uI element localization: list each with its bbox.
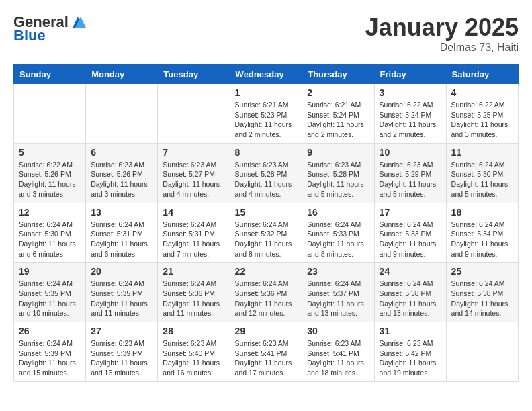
day-number: 5 <box>19 147 81 158</box>
calendar-cell: 3Sunrise: 6:22 AM Sunset: 5:24 PM Daylig… <box>374 84 446 144</box>
logo-icon <box>70 14 86 30</box>
calendar-cell <box>86 84 158 144</box>
calendar-cell <box>446 322 518 382</box>
day-header-tuesday: Tuesday <box>158 65 230 84</box>
day-number: 3 <box>380 87 441 98</box>
day-number: 23 <box>307 266 369 277</box>
calendar-cell <box>14 84 86 144</box>
day-number: 17 <box>380 207 441 218</box>
day-info: Sunrise: 6:24 AM Sunset: 5:33 PM Dayligh… <box>307 220 369 259</box>
calendar-cell: 2Sunrise: 6:21 AM Sunset: 5:24 PM Daylig… <box>302 84 374 144</box>
day-number: 10 <box>380 147 441 158</box>
day-header-monday: Monday <box>86 65 158 84</box>
calendar-cell: 23Sunrise: 6:24 AM Sunset: 5:37 PM Dayli… <box>302 263 374 322</box>
logo-blue: Blue <box>13 27 46 44</box>
location-title: Delmas 73, Haiti <box>365 42 519 54</box>
day-info: Sunrise: 6:23 AM Sunset: 5:28 PM Dayligh… <box>235 160 298 199</box>
title-block: January 2025 Delmas 73, Haiti <box>365 13 519 54</box>
day-info: Sunrise: 6:23 AM Sunset: 5:26 PM Dayligh… <box>91 160 152 199</box>
day-number: 15 <box>235 207 298 218</box>
day-info: Sunrise: 6:24 AM Sunset: 5:38 PM Dayligh… <box>380 279 441 318</box>
calendar-cell: 17Sunrise: 6:24 AM Sunset: 5:33 PM Dayli… <box>374 203 446 263</box>
day-info: Sunrise: 6:23 AM Sunset: 5:40 PM Dayligh… <box>163 338 224 378</box>
calendar-cell: 24Sunrise: 6:24 AM Sunset: 5:38 PM Dayli… <box>374 263 446 322</box>
day-number: 12 <box>19 207 81 218</box>
day-info: Sunrise: 6:24 AM Sunset: 5:32 PM Dayligh… <box>235 220 298 259</box>
calendar-cell: 30Sunrise: 6:23 AM Sunset: 5:41 PM Dayli… <box>302 322 374 382</box>
day-info: Sunrise: 6:24 AM Sunset: 5:36 PM Dayligh… <box>235 279 298 318</box>
day-info: Sunrise: 6:23 AM Sunset: 5:41 PM Dayligh… <box>307 338 369 378</box>
calendar-week-row: 12Sunrise: 6:24 AM Sunset: 5:30 PM Dayli… <box>14 203 519 263</box>
day-header-sunday: Sunday <box>14 65 86 84</box>
day-number: 18 <box>451 207 513 218</box>
day-header-wednesday: Wednesday <box>230 65 302 84</box>
calendar-cell: 27Sunrise: 6:23 AM Sunset: 5:39 PM Dayli… <box>86 322 158 382</box>
day-info: Sunrise: 6:23 AM Sunset: 5:28 PM Dayligh… <box>307 160 369 199</box>
day-number: 26 <box>19 326 81 336</box>
logo: General Blue <box>13 13 86 44</box>
day-info: Sunrise: 6:24 AM Sunset: 5:35 PM Dayligh… <box>91 279 152 318</box>
day-info: Sunrise: 6:21 AM Sunset: 5:24 PM Dayligh… <box>307 100 369 140</box>
day-number: 2 <box>307 87 369 98</box>
day-info: Sunrise: 6:23 AM Sunset: 5:41 PM Dayligh… <box>235 338 298 378</box>
calendar-cell: 25Sunrise: 6:24 AM Sunset: 5:38 PM Dayli… <box>446 263 518 322</box>
day-number: 19 <box>19 266 81 277</box>
day-header-saturday: Saturday <box>446 65 518 84</box>
calendar-cell: 26Sunrise: 6:24 AM Sunset: 5:39 PM Dayli… <box>14 322 86 382</box>
calendar-cell: 15Sunrise: 6:24 AM Sunset: 5:32 PM Dayli… <box>230 203 302 263</box>
calendar-table: SundayMondayTuesdayWednesdayThursdayFrid… <box>13 64 519 382</box>
day-number: 9 <box>307 147 369 158</box>
day-info: Sunrise: 6:24 AM Sunset: 5:33 PM Dayligh… <box>380 220 441 259</box>
day-number: 25 <box>451 266 513 277</box>
day-number: 7 <box>163 147 224 158</box>
day-number: 13 <box>91 207 152 218</box>
day-info: Sunrise: 6:23 AM Sunset: 5:27 PM Dayligh… <box>163 160 224 199</box>
day-number: 30 <box>307 326 369 336</box>
calendar-cell: 16Sunrise: 6:24 AM Sunset: 5:33 PM Dayli… <box>302 203 374 263</box>
day-number: 20 <box>91 266 152 277</box>
day-number: 28 <box>163 326 224 336</box>
day-number: 8 <box>235 147 298 158</box>
calendar-cell: 11Sunrise: 6:24 AM Sunset: 5:30 PM Dayli… <box>446 143 518 203</box>
calendar-week-row: 19Sunrise: 6:24 AM Sunset: 5:35 PM Dayli… <box>14 263 519 322</box>
day-info: Sunrise: 6:22 AM Sunset: 5:26 PM Dayligh… <box>19 160 81 199</box>
day-number: 24 <box>380 266 441 277</box>
day-number: 4 <box>451 87 513 98</box>
calendar-cell: 4Sunrise: 6:22 AM Sunset: 5:25 PM Daylig… <box>446 84 518 144</box>
calendar-cell: 31Sunrise: 6:23 AM Sunset: 5:42 PM Dayli… <box>374 322 446 382</box>
day-info: Sunrise: 6:24 AM Sunset: 5:31 PM Dayligh… <box>163 220 224 259</box>
calendar-cell: 28Sunrise: 6:23 AM Sunset: 5:40 PM Dayli… <box>158 322 230 382</box>
day-number: 31 <box>380 326 441 336</box>
day-number: 11 <box>451 147 513 158</box>
day-info: Sunrise: 6:24 AM Sunset: 5:39 PM Dayligh… <box>19 338 81 378</box>
day-info: Sunrise: 6:24 AM Sunset: 5:35 PM Dayligh… <box>19 279 81 318</box>
day-info: Sunrise: 6:24 AM Sunset: 5:37 PM Dayligh… <box>307 279 369 318</box>
day-header-thursday: Thursday <box>302 65 374 84</box>
day-number: 29 <box>235 326 298 336</box>
day-header-friday: Friday <box>374 65 446 84</box>
day-info: Sunrise: 6:21 AM Sunset: 5:23 PM Dayligh… <box>235 100 298 140</box>
calendar-week-row: 5Sunrise: 6:22 AM Sunset: 5:26 PM Daylig… <box>14 143 519 203</box>
calendar-cell: 9Sunrise: 6:23 AM Sunset: 5:28 PM Daylig… <box>302 143 374 203</box>
calendar-cell: 5Sunrise: 6:22 AM Sunset: 5:26 PM Daylig… <box>14 143 86 203</box>
calendar-cell: 1Sunrise: 6:21 AM Sunset: 5:23 PM Daylig… <box>230 84 302 144</box>
day-info: Sunrise: 6:24 AM Sunset: 5:34 PM Dayligh… <box>451 220 513 259</box>
day-number: 6 <box>91 147 152 158</box>
day-number: 27 <box>91 326 152 336</box>
month-title: January 2025 <box>365 13 519 42</box>
calendar-cell: 6Sunrise: 6:23 AM Sunset: 5:26 PM Daylig… <box>86 143 158 203</box>
calendar-cell: 7Sunrise: 6:23 AM Sunset: 5:27 PM Daylig… <box>158 143 230 203</box>
calendar-cell: 21Sunrise: 6:24 AM Sunset: 5:36 PM Dayli… <box>158 263 230 322</box>
page-header: General Blue January 2025 Delmas 73, Hai… <box>13 13 519 54</box>
day-number: 22 <box>235 266 298 277</box>
day-info: Sunrise: 6:23 AM Sunset: 5:42 PM Dayligh… <box>380 338 441 378</box>
calendar-cell <box>158 84 230 144</box>
calendar-cell: 12Sunrise: 6:24 AM Sunset: 5:30 PM Dayli… <box>14 203 86 263</box>
calendar-week-row: 26Sunrise: 6:24 AM Sunset: 5:39 PM Dayli… <box>14 322 519 382</box>
calendar-cell: 20Sunrise: 6:24 AM Sunset: 5:35 PM Dayli… <box>86 263 158 322</box>
day-info: Sunrise: 6:24 AM Sunset: 5:38 PM Dayligh… <box>451 279 513 318</box>
day-info: Sunrise: 6:23 AM Sunset: 5:29 PM Dayligh… <box>380 160 441 199</box>
day-info: Sunrise: 6:24 AM Sunset: 5:30 PM Dayligh… <box>451 160 513 199</box>
day-info: Sunrise: 6:22 AM Sunset: 5:24 PM Dayligh… <box>380 100 441 140</box>
day-number: 16 <box>307 207 369 218</box>
